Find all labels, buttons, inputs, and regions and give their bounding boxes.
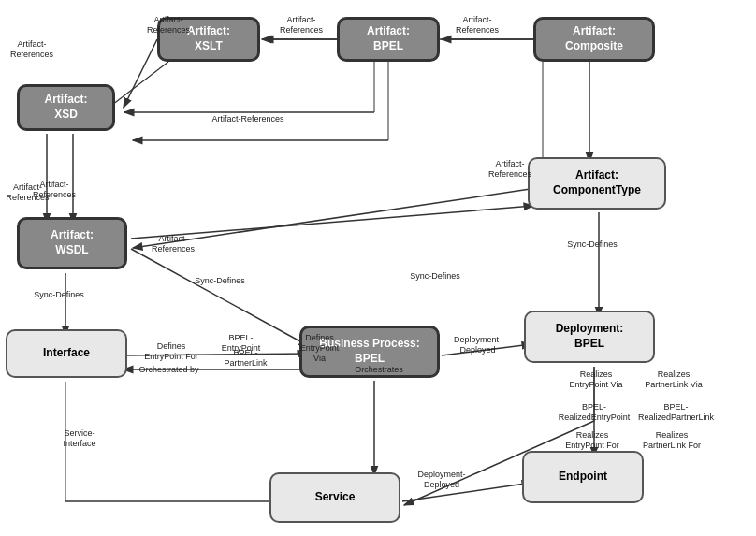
label-dep1: Deployment-Deployed [443,335,513,355]
label-sync1: Sync-Defines [26,290,92,300]
node-business-process: Business Process:BPEL [299,326,440,378]
label-def2: BPEL-EntryPoint [215,333,267,354]
node-deployment-bpel: Deployment:BPEL [524,311,655,363]
label-real1: RealizesEntryPoint Via [559,369,633,390]
label-real4: RealizesPartnerLink For [634,430,709,451]
svg-line-11 [133,187,543,248]
label-4: Artifact-References [449,15,505,36]
label-sync2: Sync-Defines [187,276,253,286]
node-wsdl: Artifact:WSDL [17,217,127,269]
svg-line-13 [131,249,309,346]
svg-line-15 [131,206,533,239]
label-def3: BPEL-PartnerLink [215,348,276,369]
label-5: Artifact-References [206,114,290,124]
label-sync3: Sync-Defines [402,271,468,282]
node-xslt: Artifact:XSLT [157,17,260,62]
svg-line-0 [124,39,157,108]
label-def1: DefinesEntryPoint For [138,341,204,362]
node-component-type: Artifact:ComponentType [528,157,666,210]
node-bpel-artifact: Artifact:BPEL [337,17,440,62]
svg-line-20 [402,483,531,501]
label-sync4: Sync-Defines [560,239,625,250]
label-8: Artifact-References [145,234,201,254]
label-real2: RealizesPartnerLink Via [636,369,711,390]
svg-line-16 [122,354,307,355]
label-bpel2: BPEL-RealizedPartnerLink [636,402,716,423]
node-interface: Interface [6,329,127,378]
node-service: Service [269,472,400,523]
label-3: Artifact-References [273,15,329,36]
label-6: Artifact-References [26,180,82,200]
node-xsd: Artifact:XSD [17,84,115,131]
svg-line-17 [442,344,531,355]
label-orch1: Orchestrated by [138,365,199,375]
diagram: Artifact:XSLT Artifact:BPEL Artifact:Com… [0,0,756,536]
label-7: Artifact-References [2,182,53,203]
node-endpoint: Endpoint [522,451,644,503]
label-si: Service-Interface [47,428,112,449]
label-1: Artifact-References [4,39,60,60]
label-bpel1: BPEL-RealizedEntryPoint [557,402,632,423]
node-composite: Artifact:Composite [533,17,655,62]
label-dep2: Deployment-Deployed [404,470,479,490]
label-real3: RealizesEntryPoint For [555,430,630,451]
